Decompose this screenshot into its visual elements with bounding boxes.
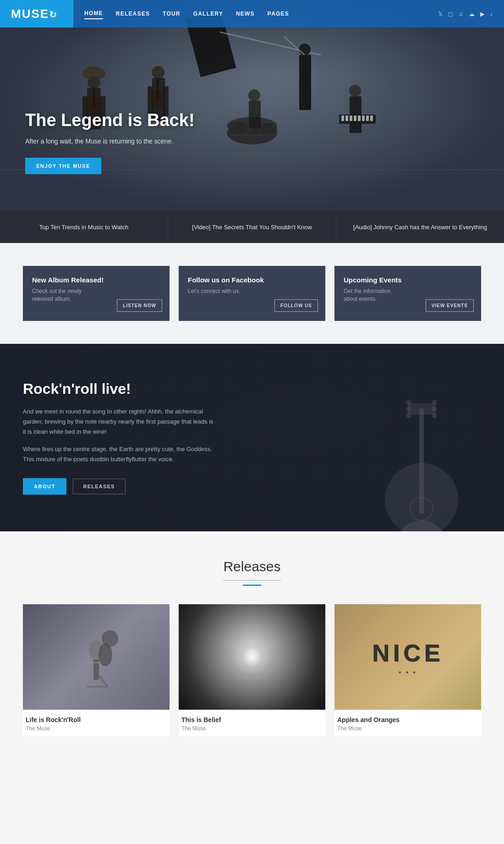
svg-point-13 <box>152 66 164 79</box>
music-icon[interactable]: ♪ <box>490 11 493 17</box>
svg-rect-33 <box>358 116 361 121</box>
promo-card-0-title: New Album Released! <box>32 276 160 284</box>
release-info-0: Life is Rock'n'Roll The Muse <box>23 710 170 736</box>
listen-now-button[interactable]: LISTEN NOW <box>117 299 162 312</box>
view-events-button[interactable]: VIEW EVENTS <box>426 299 474 312</box>
svg-point-49 <box>432 413 437 418</box>
release-artist-0: The Muse <box>26 725 167 732</box>
svg-point-24 <box>248 89 260 101</box>
band-section-text-1: And we meet in round the song In other n… <box>23 407 215 437</box>
svg-rect-30 <box>345 116 348 121</box>
svg-point-26 <box>349 85 361 97</box>
logo-text: MUSE↻ <box>11 7 58 21</box>
promo-card-2-desc: Get the information about events. <box>344 287 399 303</box>
band-about-section: Rock'n'roll live! And we meet in round t… <box>0 344 504 531</box>
social-icons: 𝕏 ◻ ♫ ☁ ▶ ♪ <box>438 11 493 17</box>
release-card-0[interactable]: Life is Rock'n'Roll The Muse <box>23 604 170 736</box>
guitar-silhouette <box>376 362 467 531</box>
svg-point-48 <box>406 413 411 418</box>
twitter-icon[interactable]: 𝕏 <box>438 11 443 17</box>
release-thumb-2: NICE ● ● ● <box>334 604 481 710</box>
nav-news[interactable]: NEWS <box>236 9 255 19</box>
follow-us-button[interactable]: FOLLOW US <box>274 299 318 312</box>
instagram-icon[interactable]: ◻ <box>448 11 453 17</box>
light-burst <box>234 639 270 675</box>
site-header: MUSE↻ HOME RELEASES TOUR GALLERY NEWS PA… <box>0 0 504 28</box>
promo-card-2: Upcoming Events Get the information abou… <box>334 266 481 321</box>
release-artist-1: The Muse <box>181 725 323 732</box>
releases-header: Releases <box>23 559 481 586</box>
svg-rect-12 <box>93 87 95 108</box>
promo-card-1: Follow us on Facebook Let's connect with… <box>179 266 325 321</box>
svg-point-44 <box>406 400 411 405</box>
nav-releases[interactable]: RELEASES <box>116 9 150 19</box>
release-card-1[interactable]: This is Belief The Muse <box>179 604 325 736</box>
svg-rect-31 <box>350 116 352 121</box>
band-section-title: Rock'n'roll live! <box>23 381 215 397</box>
svg-point-45 <box>432 400 437 405</box>
ticker-item-1[interactable]: [Video] The Secrets That You Shouldn't K… <box>168 211 336 243</box>
hero-background: DM <box>0 0 504 211</box>
main-nav: HOME RELEASES TOUR GALLERY NEWS PAGES 𝕏 … <box>73 0 504 28</box>
youtube-icon[interactable]: ▶ <box>480 11 485 17</box>
nice-sign: NICE <box>372 639 444 667</box>
releases-grid: Life is Rock'n'Roll The Muse This is Bel… <box>23 604 481 736</box>
band-section-buttons: ABOUT RELEASES <box>23 478 215 495</box>
releases-button[interactable]: RELEASES <box>73 479 126 494</box>
mic-illustration <box>73 616 119 698</box>
svg-point-47 <box>432 406 437 412</box>
releases-section-title: Releases <box>223 559 280 581</box>
svg-rect-43 <box>408 403 435 415</box>
release-info-2: Apples and Oranges The Muse <box>334 710 481 736</box>
svg-rect-36 <box>370 116 373 121</box>
svg-point-37 <box>299 44 311 55</box>
release-artist-2: The Muse <box>337 725 478 732</box>
ticker-item-2[interactable]: [Audio] Johnny Cash has the Answer to Ev… <box>336 211 504 243</box>
soundcloud-icon[interactable]: ☁ <box>469 11 475 17</box>
hero-illustration: DM <box>0 0 504 211</box>
promo-card-2-title: Upcoming Events <box>344 276 472 284</box>
logo-symbol: ↻ <box>49 10 58 20</box>
nav-gallery[interactable]: GALLERY <box>193 9 223 19</box>
enjoy-muse-button[interactable]: ENJOY THE MUSE <box>25 158 101 174</box>
nav-pages[interactable]: PAGES <box>268 9 289 19</box>
hero-subtitle: After a long wait, the Muse is returning… <box>25 138 195 145</box>
svg-rect-18 <box>157 79 159 101</box>
svg-point-22 <box>259 122 277 136</box>
spotify-icon[interactable]: ♫ <box>459 11 463 17</box>
svg-point-46 <box>406 406 411 412</box>
hero-section: DM <box>0 0 504 211</box>
svg-point-7 <box>88 76 100 89</box>
releases-underline <box>243 585 261 586</box>
release-name-0: Life is Rock'n'Roll <box>26 716 167 723</box>
ticker-item-0[interactable]: Top Ten Trends in Music to Watch <box>0 211 168 243</box>
svg-rect-32 <box>354 116 356 121</box>
promo-card-0: New Album Released! Check out the newly … <box>23 266 170 321</box>
promo-cards-container: New Album Released! Check out the newly … <box>23 266 481 321</box>
svg-point-21 <box>228 121 248 136</box>
promo-card-1-title: Follow us on Facebook <box>188 276 316 284</box>
logo[interactable]: MUSE↻ <box>0 0 73 28</box>
svg-line-55 <box>99 675 108 687</box>
about-button[interactable]: ABOUT <box>23 478 66 495</box>
release-card-2[interactable]: NICE ● ● ● Apples and Oranges The Muse <box>334 604 481 736</box>
release-name-2: Apples and Oranges <box>337 716 478 723</box>
nav-tour[interactable]: TOUR <box>163 9 181 19</box>
promo-section: New Album Released! Check out the newly … <box>0 243 504 344</box>
svg-rect-35 <box>366 116 369 121</box>
nice-sign-subtitle: ● ● ● <box>372 669 444 675</box>
release-info-1: This is Belief The Muse <box>179 710 325 736</box>
promo-card-0-desc: Check out the newly released album. <box>32 287 87 303</box>
nav-home[interactable]: HOME <box>84 8 103 19</box>
hero-title: The Legend is Back! <box>25 110 195 131</box>
release-thumb-1 <box>179 604 325 710</box>
svg-rect-38 <box>299 55 311 110</box>
svg-rect-25 <box>249 101 261 128</box>
band-section-text-2: Where fires up the centre stage, the Ear… <box>23 444 215 464</box>
release-name-1: This is Belief <box>181 716 323 723</box>
svg-rect-29 <box>341 116 344 121</box>
releases-section: Releases Life is Rock <box>0 531 504 768</box>
hero-content: The Legend is Back! After a long wait, t… <box>25 110 195 174</box>
release-thumb-0 <box>23 604 170 710</box>
promo-card-1-desc: Let's connect with us. <box>188 287 243 295</box>
